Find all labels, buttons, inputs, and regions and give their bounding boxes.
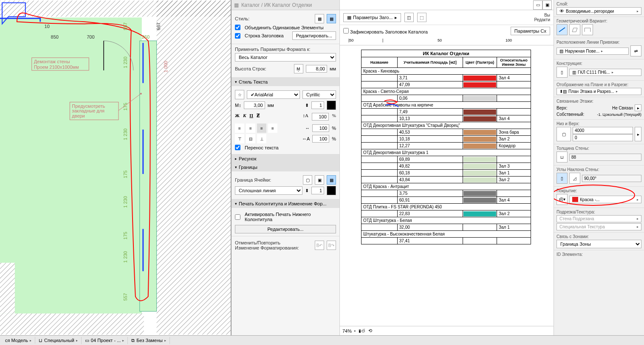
flip-icon[interactable]: ⇄ <box>630 45 641 56</box>
color-cell[interactable] <box>463 95 497 102</box>
border-pen-input[interactable] <box>311 187 324 194</box>
layer-select[interactable]: Возводимые...регородки▸ <box>556 7 641 15</box>
catalog-table[interactable]: ИК Каталог Отделки Название Учитываемая … <box>361 50 531 244</box>
angle-slant-icon[interactable]: ◿ <box>569 173 580 184</box>
name-cell[interactable] <box>362 81 398 88</box>
table-row[interactable]: 69,89 <box>362 156 531 163</box>
font-size-input[interactable] <box>244 101 265 109</box>
table-row[interactable]: 60,91Зал 4 <box>362 197 531 204</box>
table-row[interactable]: 43,84Зал 2 <box>362 177 531 183</box>
area-cell[interactable]: 43,84 <box>397 177 463 183</box>
material-header[interactable]: ОТД Декоротивная Штукатурка 1 <box>362 149 531 156</box>
color-cell[interactable] <box>463 177 497 183</box>
table-row[interactable]: 0,06 <box>362 95 531 102</box>
merge-checkbox[interactable] <box>235 25 240 30</box>
cover-select[interactable]: Краска -...▸ <box>569 196 641 203</box>
select-tool-icon[interactable]: ◫ <box>404 13 414 22</box>
area-cell[interactable]: 37,41 <box>397 238 463 244</box>
area-cell[interactable]: 3,71 <box>397 75 463 81</box>
color-cell[interactable] <box>463 143 497 149</box>
material-header[interactable]: ОТД Краска - Антрацит <box>362 183 531 190</box>
table-row[interactable]: 60,18Зал 1 <box>362 170 531 177</box>
minimize-icon[interactable]: ▭ <box>533 0 542 10</box>
area-cell[interactable]: 69,89 <box>397 156 463 163</box>
floor-plan-view[interactable]: 10 850 700 260 557 667 1 230 1 000 175 1… <box>0 0 232 335</box>
vscale-input[interactable] <box>312 113 329 121</box>
zone-cell[interactable]: Зал 4 <box>497 197 531 204</box>
geom-poly-icon[interactable] <box>582 24 593 35</box>
zone-cell[interactable]: Зал 1 <box>497 224 531 231</box>
table-row[interactable]: 32,00Зал 1 <box>362 224 531 231</box>
zone-cell[interactable] <box>497 95 531 102</box>
edit-footer-button[interactable]: Редактировать... <box>235 225 336 233</box>
horizontal-ruler[interactable]: |50 | 50 100 <box>340 37 554 45</box>
table-row[interactable]: 10,13Зал 4 <box>362 115 531 122</box>
height-top-input[interactable] <box>573 127 633 134</box>
apply-scope-select[interactable]: Весь Каталог <box>235 53 336 62</box>
zoom-arrow[interactable]: ▸ <box>354 329 356 333</box>
wrap-checkbox[interactable] <box>235 145 240 150</box>
table-row[interactable]: ОТД Плитка - FS STAR (PERONDA) 450 <box>362 204 531 210</box>
zoom-value[interactable]: 74% <box>342 328 352 334</box>
cover-type-icon[interactable]: 卣▾ <box>556 194 568 205</box>
name-cell[interactable] <box>362 170 398 177</box>
pen-input[interactable] <box>311 101 324 109</box>
header-row-checkbox[interactable] <box>235 33 240 39</box>
table-row[interactable]: 3,71Зал 4 <box>362 75 531 81</box>
material-header[interactable]: ОТД Арабские символы на кирпиче <box>362 102 531 109</box>
name-cell[interactable] <box>362 75 398 81</box>
table-row[interactable]: 3,75 <box>362 190 531 197</box>
name-cell[interactable] <box>362 129 398 136</box>
table-row[interactable]: 47,09 <box>362 81 531 88</box>
height-icon[interactable]: ▢ <box>556 127 571 141</box>
table-row[interactable]: Краска - Светло-Серая <box>362 88 531 95</box>
height-more[interactable]: ▸ <box>635 127 641 141</box>
status-special[interactable]: ⊔Специальный ▸ <box>35 337 82 344</box>
undo-button[interactable]: В↶ <box>315 241 324 250</box>
line-type-select[interactable]: Сплошная линия <box>235 186 302 195</box>
lock-header-checkbox[interactable] <box>343 28 349 34</box>
table-row[interactable]: 22,83Зал 2 <box>362 210 531 217</box>
layout-option-1[interactable]: ▦ <box>315 14 324 23</box>
zone-cell[interactable] <box>497 190 531 197</box>
status-replace[interactable]: ⧉Без Замены ▸ <box>128 337 170 344</box>
color-cell[interactable] <box>463 224 497 231</box>
name-cell[interactable] <box>362 197 398 204</box>
angle-vert-icon[interactable]: ▯ <box>556 173 568 184</box>
col-header-name[interactable]: Название <box>362 57 398 68</box>
font-select[interactable]: ✔ArialArial <box>247 90 300 99</box>
valign-mid[interactable]: ⊟ <box>246 134 255 143</box>
strike-button[interactable]: Ƶ <box>257 113 260 121</box>
color-cell[interactable] <box>463 81 497 88</box>
name-cell[interactable] <box>362 115 398 122</box>
table-row[interactable]: 10,18Зал 2 <box>362 136 531 143</box>
geom-straight-icon[interactable] <box>556 24 568 35</box>
table-row[interactable]: 40,53Зона бара <box>362 129 531 136</box>
top-link-button[interactable]: ▸ <box>635 104 641 111</box>
color-cell[interactable] <box>463 170 497 177</box>
zone-cell[interactable]: Коридор <box>497 143 531 149</box>
area-cell[interactable]: 3,75 <box>397 190 463 197</box>
align-justify[interactable]: ≡ <box>268 123 277 133</box>
name-cell[interactable] <box>362 156 398 163</box>
geom-trap-icon[interactable] <box>569 24 580 35</box>
construct-type-icon[interactable]: ▯ <box>556 67 568 78</box>
zone-cell[interactable]: Зона бара <box>497 129 531 136</box>
col-header-area[interactable]: Учитываемая Площадь [м2] <box>397 57 463 68</box>
expand-icon[interactable]: ▣ <box>542 0 552 10</box>
row-height-icon[interactable]: M͎ <box>294 64 303 73</box>
status-project[interactable]: ▭04 Проект - ... ▸ <box>82 337 128 344</box>
color-cell[interactable] <box>463 136 497 143</box>
table-row[interactable]: 7,49 <box>362 109 531 115</box>
border-none[interactable]: ▢ <box>303 175 312 185</box>
table-row[interactable]: 37,41 <box>362 238 531 244</box>
scheme-params-button[interactable]: Параметры Сх <box>511 27 550 35</box>
material-header[interactable]: ОТД Плитка - FS STAR (PERONDA) 450 <box>362 204 531 210</box>
footer-checkbox[interactable] <box>235 214 240 220</box>
status-model[interactable]: ся Модель ▸ <box>2 337 35 344</box>
favorite-icon[interactable]: ☆ <box>235 90 244 99</box>
name-cell[interactable] <box>362 224 398 231</box>
color-cell[interactable] <box>463 190 497 197</box>
area-cell[interactable]: 10,18 <box>397 136 463 143</box>
color-cell[interactable] <box>463 75 497 81</box>
